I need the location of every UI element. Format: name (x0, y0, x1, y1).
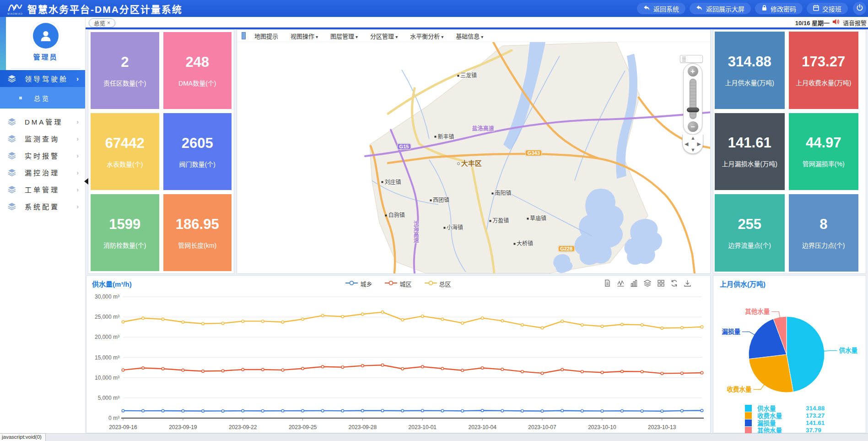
sidebar-item-7[interactable]: 系统配置› (0, 198, 85, 215)
map-toolbar-item-1[interactable]: 地图提示 (254, 32, 278, 40)
sidebar-item-6[interactable]: 工单管理› (0, 181, 85, 198)
right-stat-card-4: 44.97管网漏损率(%) (789, 113, 859, 191)
map-canvas[interactable]: 三龙镇新丰镇刘庄镇西团镇南阳镇白驹镇小海镇万盈镇草庙镇大桥镇大丰区G15G343… (237, 42, 710, 273)
logo-icon (7, 2, 23, 13)
sidebar-submenu: 总览 (0, 87, 85, 109)
toolbox-pulse-icon[interactable] (617, 279, 625, 289)
stat-label: 上月供水量(万吨) (725, 78, 774, 87)
town-name: 南阳镇 (495, 190, 511, 196)
app-root: MIAOMIAO 智慧水务平台-DMA分区计量系统 返回系统返回展示大屏修改密码… (0, 0, 868, 441)
sidebar-item-5[interactable]: 漏控治理› (0, 164, 85, 181)
zoom-slider-handle[interactable] (687, 108, 699, 112)
tab-label: 总览 (94, 19, 105, 27)
sidebar-item-2[interactable]: DMA管理› (0, 113, 85, 130)
top-header: MIAOMIAO 智慧水务平台-DMA分区计量系统 返回系统返回展示大屏修改密码… (0, 0, 868, 17)
toolbox-restore-icon[interactable] (670, 279, 678, 289)
tab-overview[interactable]: 总览 × (89, 18, 115, 27)
legend-marker-icon (425, 280, 437, 287)
zoom-track[interactable] (690, 79, 696, 119)
right-stat-card-2: 173.27上月收费水量(万吨) (789, 32, 859, 109)
header-button-3[interactable]: 修改密码 (755, 3, 803, 14)
left-stat-card-2: 248DMA数量(个) (163, 32, 232, 109)
stat-label: 管网长度(km) (178, 240, 216, 250)
right-stat-card-6: 8边界压力点(个) (789, 194, 859, 272)
sidebar-item-4[interactable]: 实时报警› (0, 147, 85, 164)
legend-label: 总区 (439, 279, 451, 288)
toolbox-download-icon[interactable] (684, 279, 691, 289)
pan-right-arrow[interactable]: ▶ (697, 142, 701, 147)
zoom-in-button[interactable]: + (688, 66, 698, 76)
line-chart: 0 m³5,000 m³10,000 m³15,000 m³20,000 m³2… (86, 291, 710, 433)
pie-legend-value: 141.61 (806, 419, 825, 426)
legend-item-城区[interactable]: 城区 (385, 279, 411, 288)
back-arrow-icon (643, 5, 650, 12)
district-name: 大丰区 (461, 159, 482, 167)
pan-down-arrow[interactable]: ▼ (690, 147, 695, 152)
sidebar-collapse-handle[interactable] (84, 178, 88, 185)
map-town-label: 西团镇 (430, 195, 449, 203)
header-button-1[interactable]: 返回系统 (637, 3, 685, 14)
map-zoom-control: + − ▲ ▼ ◀ ▶ (680, 55, 706, 154)
power-button[interactable] (853, 2, 866, 15)
tab-close-icon[interactable]: × (107, 20, 110, 26)
town-name: 三龙镇 (460, 72, 477, 78)
caret-down-icon: ▾ (395, 34, 398, 39)
sidebar-item-label: 领导驾驶舱 (25, 74, 68, 83)
sidebar-item-3[interactable]: 监测查询› (0, 130, 85, 147)
map-toolbar-item-2[interactable]: 视图操作▾ (291, 32, 318, 40)
layers-icon (7, 169, 16, 176)
map-town-label: 万盈镇 (489, 216, 509, 223)
header-button-2[interactable]: 返回展示大屏 (690, 3, 751, 14)
sidebar-item-label: 系统配置 (25, 201, 59, 211)
header-button-4[interactable]: 交接班 (807, 3, 848, 14)
map-toolbar-item-4[interactable]: 分区管理▾ (370, 32, 398, 40)
pie-legend-item-其他水量[interactable]: 其他水量37.79 (745, 426, 863, 434)
stat-label: DMA数量(个) (178, 78, 216, 87)
town-name: 草庙镇 (530, 215, 546, 221)
highway-label: 沈海高速 (412, 221, 420, 243)
svg-text:2023-09-19: 2023-09-19 (169, 424, 197, 430)
submenu-item-label: 总览 (34, 93, 50, 103)
map-toolbar-item-5[interactable]: 水平衡分析▾ (410, 32, 443, 40)
status-bar: javascript:void(0) (0, 433, 868, 441)
line-chart-panel: 供水量(m³/h) 城乡城区总区 0 m³5,000 m³10,000 m³15… (86, 275, 711, 433)
legend-item-总区[interactable]: 总区 (425, 279, 451, 288)
town-name: 刘庄镇 (385, 179, 401, 185)
voice-alarm-label[interactable]: 语音报警 (843, 18, 867, 27)
map-town-label: 小海镇 (443, 223, 463, 230)
pan-up-arrow[interactable]: ▲ (690, 136, 695, 141)
legend-item-城乡[interactable]: 城乡 (345, 279, 372, 288)
pan-left-arrow[interactable]: ◀ (685, 142, 688, 147)
chevron-right-icon: › (76, 202, 79, 210)
stat-value: 1599 (109, 216, 140, 233)
highway-label: 盐洛高速 (472, 124, 494, 132)
stat-value: 2 (121, 54, 129, 71)
stat-label: 边界流量点(个) (728, 240, 771, 250)
map-control-grip[interactable] (680, 55, 703, 63)
toolbox-stack-icon[interactable] (643, 279, 652, 289)
left-stat-card-3: 67442水表数量(个) (91, 113, 159, 190)
zoom-out-button[interactable]: − (688, 121, 698, 132)
svg-text:25,000 m³: 25,000 m³ (95, 314, 119, 320)
map-toolbar-item-3[interactable]: 图层管理▾ (330, 32, 358, 40)
sidebar-subitem-总览[interactable]: 总览 (0, 87, 85, 109)
toolbox-bar-icon[interactable] (630, 279, 638, 289)
left-stat-card-6: 186.95管网长度(km) (163, 194, 232, 271)
speaker-icon[interactable] (832, 18, 840, 27)
toolbox-data-view-icon[interactable] (604, 279, 611, 289)
map-town-label: 刘庄镇 (382, 177, 401, 185)
svg-text:2023-10-10: 2023-10-10 (588, 424, 616, 430)
sidebar-item-label: 监测查询 (25, 134, 59, 143)
map-toolbar-items: 地图提示视图操作▾图层管理▾分区管理▾水平衡分析▾基础信息▾ (254, 32, 483, 40)
map-toolbar-item-6[interactable]: 基础信息▾ (456, 32, 483, 40)
town-dot-icon (385, 215, 387, 217)
legend-label: 城乡 (360, 279, 372, 288)
svg-text:20,000 m³: 20,000 m³ (95, 334, 119, 340)
toolbox-tiled-icon[interactable] (657, 279, 665, 289)
user-card: 管理员 (6, 18, 85, 69)
map-town-label: 南阳镇 (491, 188, 511, 196)
sidebar-item-1[interactable]: 领导驾驶舱› (0, 70, 85, 87)
left-stat-card-1: 2责任区数量(个) (91, 32, 159, 109)
avatar (33, 23, 59, 49)
chevron-right-icon: › (76, 135, 79, 142)
